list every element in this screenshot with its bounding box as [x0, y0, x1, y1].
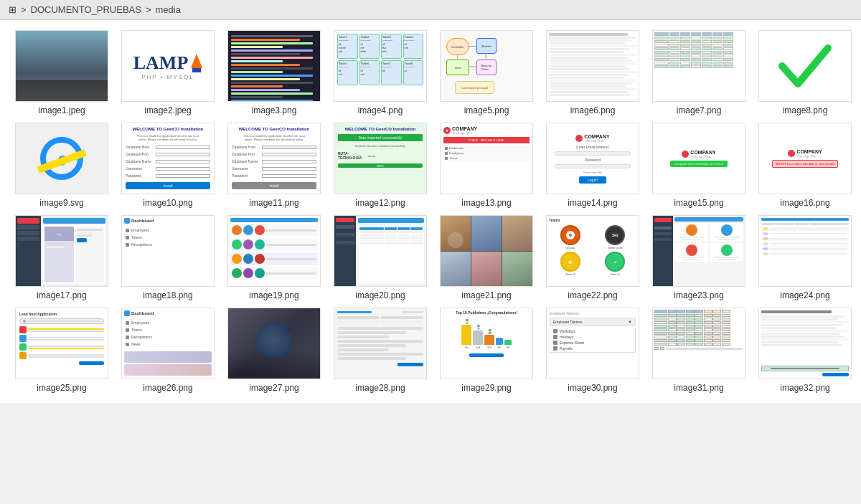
file-item-20[interactable]: image20.png: [330, 215, 430, 300]
file-label-2: image2.jpeg: [144, 105, 191, 115]
file-item-22[interactable]: Teams Ubuntu SG Silent Gear: [542, 215, 643, 300]
file-label-7: image7.png: [677, 105, 722, 115]
thumbnail-24: [759, 216, 851, 286]
file-grid: image1.jpeg LAMP PHP • MYSQL image2.jpeg: [0, 20, 861, 403]
file-label-14: image14.png: [568, 198, 617, 208]
thumbnail-18: Dashboard Employees Teams Recognitions: [122, 216, 214, 286]
file-item-8[interactable]: image8.png: [755, 30, 855, 115]
thumbnail-8: [759, 31, 851, 101]
file-item-9[interactable]: e image9.svg: [11, 123, 112, 208]
thumbnail-10: WELCOME TO GestCO Installation This is t…: [122, 123, 214, 194]
file-label-26: image26.png: [143, 383, 192, 393]
thumbnail-21: [441, 216, 532, 286]
file-label-23: image23.png: [674, 290, 723, 300]
file-item-5[interactable]: Controller Modelo Vista Base deDatos Con…: [436, 30, 537, 115]
file-label-5: image5.png: [464, 105, 509, 115]
file-item-4[interactable]: Table1─────idnameval Table2─────idrefdat…: [330, 30, 430, 115]
thumbnail-5: Controller Modelo Vista Base deDatos Con…: [441, 31, 532, 101]
file-label-3: image3.png: [252, 105, 297, 115]
file-label-17: image17.png: [37, 290, 86, 300]
file-item-27[interactable]: image27.png: [224, 308, 324, 393]
thumbnail-1: [16, 31, 108, 101]
file-label-6: image6.png: [570, 105, 616, 115]
thumbnail-20: [334, 216, 426, 286]
thumbnail-28: [334, 308, 426, 379]
thumbnail-12: WELCOME TO GestCO Installation Data impo…: [334, 123, 426, 194]
file-label-31: image31.png: [674, 383, 723, 393]
file-item-28[interactable]: image28.png: [330, 308, 430, 393]
file-item-25[interactable]: Lead Next Application: [11, 308, 112, 393]
file-item-26[interactable]: Dashboard Employees Teams Recognitions N…: [118, 308, 218, 393]
file-label-4: image4.png: [358, 105, 403, 115]
breadcrumb-folder2[interactable]: media: [156, 4, 181, 15]
file-item-11[interactable]: WELCOME TO GestCO Installation This is t…: [224, 123, 324, 208]
thumbnail-2: LAMP PHP • MYSQL: [122, 31, 214, 101]
file-item-23[interactable]: image23.png: [649, 215, 749, 300]
file-item-24[interactable]: image24.png: [755, 215, 855, 300]
file-item-2[interactable]: LAMP PHP • MYSQL image2.jpeg: [118, 30, 218, 115]
file-label-8: image8.png: [783, 105, 828, 115]
thumbnail-7: [653, 31, 745, 101]
file-label-25: image25.png: [37, 383, 86, 393]
file-label-28: image28.png: [355, 383, 405, 393]
thumbnail-29: Top 10 Publishers ¡Congratulations! 🥇 1s…: [441, 308, 532, 379]
file-label-1: image1.jpeg: [38, 105, 85, 115]
file-label-30: image30.png: [568, 383, 617, 393]
thumbnail-25: Lead Next Application: [16, 308, 108, 379]
thumbnail-31: [653, 308, 745, 379]
file-label-19: image19.png: [249, 290, 298, 300]
title-bar: ⊞ > DOCUMENTO_PRUEBAS > media: [0, 0, 861, 20]
thumbnail-15: COMPANY Your Logo Here Congrats! Your cr…: [653, 123, 745, 194]
file-item-30[interactable]: Employee Options Employee Options ▼ Work…: [542, 308, 643, 393]
breadcrumb-sep2: >: [146, 4, 151, 15]
file-label-13: image13.png: [461, 198, 511, 208]
file-item-19[interactable]: image19.png: [224, 215, 324, 300]
file-item-10[interactable]: WELCOME TO GestCO Installation This is t…: [118, 123, 218, 208]
file-item-21[interactable]: image21.png: [436, 215, 537, 300]
breadcrumb-sep1: >: [21, 4, 27, 15]
file-item-3[interactable]: image3.png: [224, 30, 324, 115]
file-item-13[interactable]: ● COMPANY Your Logo Here PLACE · TAGLINE…: [436, 123, 537, 208]
thumbnail-32: [759, 308, 851, 379]
file-label-15: image15.png: [674, 198, 723, 208]
file-item-6[interactable]: image6.png: [542, 30, 643, 115]
file-item-17[interactable]: img image17.png: [11, 215, 112, 300]
thumbnail-19: [228, 216, 320, 286]
thumbnail-22: Teams Ubuntu SG Silent Gear: [547, 216, 639, 286]
thumbnail-14: COMPANY Your Logo Here Enter Email Addre…: [547, 123, 639, 194]
home-icon[interactable]: ⊞: [9, 4, 17, 15]
file-label-10: image10.png: [143, 198, 192, 208]
file-item-18[interactable]: Dashboard Employees Teams Recognitions i…: [118, 215, 218, 300]
breadcrumb-folder1[interactable]: DOCUMENTO_PRUEBAS: [31, 4, 141, 15]
file-label-16: image16.png: [780, 198, 829, 208]
thumbnail-17: img: [16, 216, 108, 286]
file-item-12[interactable]: WELCOME TO GestCO Installation Data impo…: [330, 123, 430, 208]
file-label-21: image21.png: [461, 290, 511, 300]
thumbnail-13: ● COMPANY Your Logo Here PLACE · TAGLINE…: [441, 123, 532, 194]
file-label-32: image32.png: [780, 383, 829, 393]
file-label-11: image11.png: [249, 198, 298, 208]
thumbnail-16: COMPANY Your Logo Here ERROR! Error with…: [759, 123, 851, 194]
thumbnail-11: WELCOME TO GestCO Installation This is t…: [228, 123, 320, 194]
file-item-1[interactable]: image1.jpeg: [11, 30, 112, 115]
file-label-24: image24.png: [780, 290, 829, 300]
file-item-7[interactable]: image7.png: [649, 30, 749, 115]
file-label-12: image12.png: [355, 198, 405, 208]
thumbnail-23: [653, 216, 745, 286]
file-label-18: image18.png: [143, 290, 192, 300]
file-label-20: image20.png: [355, 290, 405, 300]
file-item-29[interactable]: Top 10 Publishers ¡Congratulations! 🥇 1s…: [436, 308, 537, 393]
file-label-9: image9.svg: [39, 198, 83, 208]
file-label-29: image29.png: [461, 383, 511, 393]
file-item-16[interactable]: COMPANY Your Logo Here ERROR! Error with…: [755, 123, 855, 208]
file-item-14[interactable]: COMPANY Your Logo Here Enter Email Addre…: [542, 123, 643, 208]
file-item-15[interactable]: COMPANY Your Logo Here Congrats! Your cr…: [649, 123, 749, 208]
thumbnail-4: Table1─────idnameval Table2─────idrefdat…: [334, 31, 426, 101]
file-label-27: image27.png: [249, 383, 298, 393]
thumbnail-3: [228, 31, 320, 101]
file-label-22: image22.png: [568, 290, 617, 300]
thumbnail-27: [228, 308, 320, 379]
thumbnail-9: e: [16, 123, 108, 194]
file-item-31[interactable]: image31.png: [649, 308, 749, 393]
file-item-32[interactable]: image32.png: [755, 308, 855, 393]
